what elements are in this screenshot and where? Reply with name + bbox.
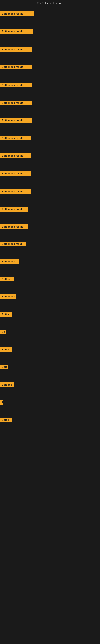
bottleneck-result-item[interactable]: Bottle <box>0 418 12 423</box>
bottleneck-badge: Bottleneck resul <box>0 207 28 212</box>
bottleneck-badge: Bottlene <box>0 382 14 387</box>
bottleneck-result-item[interactable]: Bottleneck result <box>0 153 31 159</box>
bottleneck-badge: Bottleneck result <box>0 29 33 34</box>
bottleneck-result-item[interactable]: Bottleneck result <box>0 171 31 177</box>
bottleneck-badge: Bottleneck result <box>0 47 32 52</box>
bottleneck-result-item[interactable]: Bo <box>0 330 6 335</box>
bottleneck-result-item[interactable]: Bottleneck resul <box>0 207 28 212</box>
bottleneck-result-item[interactable]: Bottleneck result <box>0 83 32 88</box>
bottleneck-result-item[interactable]: Bottlene <box>0 382 14 388</box>
bottleneck-badge: Bottleneck result <box>0 224 28 229</box>
bottleneck-badge: Bottleneck result <box>0 118 32 122</box>
bottleneck-result-item[interactable]: Bottleneck result <box>0 224 28 230</box>
bottleneck-badge: Bottle <box>0 418 12 422</box>
bottleneck-badge: B <box>0 400 3 405</box>
bottleneck-result-item[interactable]: Bottle <box>0 347 12 352</box>
bottleneck-badge: Bo <box>0 330 6 334</box>
bottleneck-badge: Bottle <box>0 312 12 316</box>
bottleneck-result-item[interactable]: Bottle <box>0 312 12 317</box>
bottleneck-result-item[interactable]: Bottleneck result <box>0 189 31 194</box>
bottleneck-badge: Bottleneck result <box>0 100 32 105</box>
bottleneck-result-item[interactable]: Bottleneck <box>0 294 16 300</box>
bottleneck-badge: Bottleneck resul <box>0 242 26 246</box>
bottleneck-badge: Bottleneck result <box>0 136 31 140</box>
bottleneck-badge: Bott <box>0 365 8 369</box>
bottleneck-badge: Bottleneck result <box>0 153 31 158</box>
bottleneck-badge: Bottleneck result <box>0 83 32 87</box>
bottleneck-result-item[interactable]: Bottleneck result <box>0 100 32 106</box>
bottleneck-result-item[interactable]: Bott <box>0 365 8 370</box>
bottleneck-result-item[interactable]: Bottleneck resul <box>0 242 26 247</box>
bottleneck-badge: Bottleneck result <box>0 64 32 69</box>
bottleneck-badge: Bottlen <box>0 277 14 281</box>
bottleneck-badge: Bottleneck result <box>0 189 31 194</box>
bottleneck-result-item[interactable]: Bottlen <box>0 277 14 282</box>
bottleneck-badge: Bottle <box>0 347 12 352</box>
bottleneck-result-item[interactable]: Bottleneck result <box>0 29 33 34</box>
bottleneck-badge: Bottleneck <box>0 294 16 299</box>
bottleneck-result-item[interactable]: Bottleneck result <box>0 136 31 141</box>
bottleneck-result-item[interactable]: Bottleneck result <box>0 47 32 52</box>
bottleneck-result-item[interactable]: Bottleneck result <box>0 64 32 70</box>
bottleneck-badge: Bottleneck result <box>0 12 34 16</box>
bottleneck-badge: Bottleneck r <box>0 259 19 264</box>
bottleneck-badge: Bottleneck result <box>0 171 31 176</box>
bottleneck-result-item[interactable]: Bottleneck result <box>0 12 34 17</box>
site-title: TheBottlenecker.com <box>0 0 100 6</box>
bottleneck-result-item[interactable]: Bottleneck r <box>0 259 19 265</box>
bottleneck-result-item[interactable]: Bottleneck result <box>0 118 32 123</box>
bottleneck-result-item[interactable]: B <box>0 400 3 406</box>
